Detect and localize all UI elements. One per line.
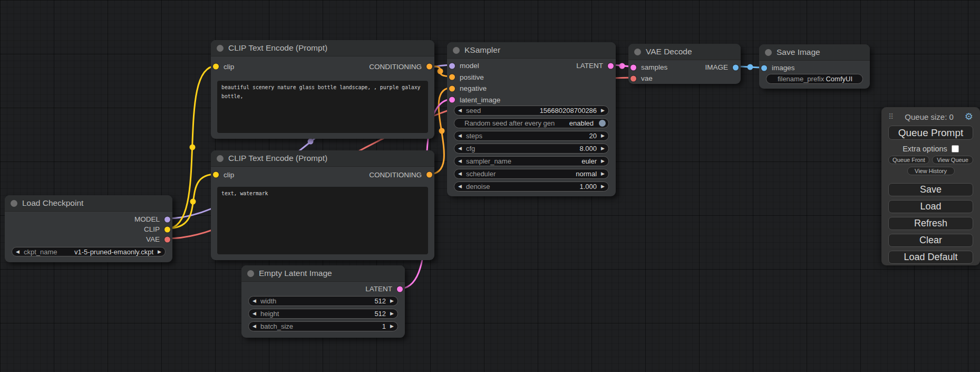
queue-front-button[interactable]: Queue Front <box>888 156 929 164</box>
decrement-arrow-icon[interactable]: ◀ <box>458 184 462 189</box>
node-load-checkpoint[interactable]: Load Checkpoint MODEL CLIP VAE ◀ ckpt_na… <box>5 195 172 262</box>
increment-arrow-icon[interactable]: ▶ <box>390 299 394 303</box>
samples-input-port[interactable] <box>630 64 636 70</box>
widget-ckpt-name[interactable]: ◀ ckpt_name v1-5-pruned-emaonly.ckpt ▶ <box>12 247 166 256</box>
widget-scheduler[interactable]: ◀ scheduler normal ▶ <box>454 169 609 179</box>
images-input-port[interactable] <box>761 65 767 71</box>
node-collapse-dot[interactable] <box>765 49 772 56</box>
widget-height[interactable]: ◀ height 512 ▶ <box>248 309 398 319</box>
decrement-arrow-icon[interactable]: ◀ <box>458 146 462 151</box>
widget-label: ckpt_name <box>24 248 57 256</box>
node-title-bar[interactable]: CLIP Text Encode (Prompt) <box>211 150 434 167</box>
increment-arrow-icon[interactable]: ▶ <box>601 171 605 176</box>
extra-options-checkbox[interactable] <box>952 145 959 152</box>
node-collapse-dot[interactable] <box>247 270 254 277</box>
negative-prompt-textarea[interactable]: text, watermark <box>217 187 428 254</box>
node-ksampler[interactable]: KSampler model LATENT positive negative … <box>447 42 616 196</box>
node-title-bar[interactable]: KSampler <box>447 42 616 59</box>
increment-arrow-icon[interactable]: ▶ <box>601 133 605 138</box>
increment-arrow-icon[interactable]: ▶ <box>601 184 605 189</box>
save-button[interactable]: Save <box>888 183 973 196</box>
node-vae-decode[interactable]: VAE Decode samples IMAGE vae <box>628 44 741 84</box>
conditioning-output-port[interactable] <box>426 64 432 70</box>
widget-width[interactable]: ◀ width 512 ▶ <box>248 296 398 306</box>
clear-button[interactable]: Clear <box>888 234 973 247</box>
node-collapse-dot[interactable] <box>11 200 17 207</box>
widget-denoise[interactable]: ◀ denoise 1.000 ▶ <box>454 182 609 192</box>
load-default-button[interactable]: Load Default <box>888 251 973 264</box>
widget-value: euler <box>581 157 597 165</box>
port-label: VAE <box>146 235 160 243</box>
increment-arrow-icon[interactable]: ▶ <box>390 311 394 316</box>
node-title-bar[interactable]: Save Image <box>759 44 870 61</box>
increment-arrow-icon[interactable]: ▶ <box>601 108 605 113</box>
latent-image-input-port[interactable] <box>449 97 455 103</box>
clip-input-port[interactable] <box>213 64 219 70</box>
node-clip-text-encode-positive[interactable]: CLIP Text Encode (Prompt) clip CONDITION… <box>211 40 434 139</box>
clip-input-port[interactable] <box>213 172 219 178</box>
decrement-arrow-icon[interactable]: ◀ <box>253 299 256 303</box>
node-empty-latent-image[interactable]: Empty Latent Image LATENT ◀ width 512 ▶ … <box>241 265 405 338</box>
decrement-arrow-icon[interactable]: ◀ <box>458 171 462 176</box>
node-collapse-dot[interactable] <box>217 155 224 162</box>
model-input-port[interactable] <box>449 63 455 69</box>
toggle-icon[interactable] <box>599 120 606 127</box>
vae-input-port[interactable] <box>630 75 636 81</box>
latent-output-port[interactable] <box>608 63 614 69</box>
node-title: Save Image <box>777 47 820 57</box>
widget-value: 512 <box>374 297 386 305</box>
decrement-arrow-icon[interactable]: ◀ <box>458 159 462 164</box>
widget-steps[interactable]: ◀ steps 20 ▶ <box>454 131 609 141</box>
conditioning-output-port[interactable] <box>426 172 432 178</box>
link-clip-to-negative-prompt <box>167 174 216 228</box>
widget-cfg[interactable]: ◀ cfg 8.000 ▶ <box>454 144 609 154</box>
output-row-model: MODEL <box>5 214 172 224</box>
widget-sampler-name[interactable]: ◀ sampler_name euler ▶ <box>454 156 609 166</box>
port-label: CONDITIONING <box>369 171 422 179</box>
node-collapse-dot[interactable] <box>453 47 460 54</box>
node-collapse-dot[interactable] <box>217 45 224 52</box>
node-title-bar[interactable]: VAE Decode <box>628 44 741 60</box>
gear-icon[interactable]: ⚙ <box>965 112 973 121</box>
increment-arrow-icon[interactable]: ▶ <box>601 146 605 151</box>
decrement-arrow-icon[interactable]: ◀ <box>253 311 256 316</box>
decrement-arrow-icon[interactable]: ◀ <box>16 250 20 254</box>
port-label: negative <box>460 84 487 92</box>
decrement-arrow-icon[interactable]: ◀ <box>253 324 256 329</box>
increment-arrow-icon[interactable]: ▶ <box>158 250 161 254</box>
increment-arrow-icon[interactable]: ▶ <box>601 159 605 164</box>
widget-batch-size[interactable]: ◀ batch_size 1 ▶ <box>248 321 398 331</box>
node-save-image[interactable]: Save Image images filename_prefix ComfyU… <box>759 44 870 89</box>
decrement-arrow-icon[interactable]: ◀ <box>458 108 462 113</box>
positive-prompt-textarea[interactable]: beautiful scenery nature glass bottle la… <box>217 81 428 133</box>
view-history-button[interactable]: View History <box>907 167 955 175</box>
clip-output-port[interactable] <box>164 226 170 232</box>
drag-handle-icon[interactable]: ⠿ <box>888 112 894 121</box>
widget-seed[interactable]: ◀ seed 156680208700286 ▶ <box>454 106 609 116</box>
node-title-bar[interactable]: Load Checkpoint <box>5 195 172 212</box>
positive-input-port[interactable] <box>449 74 455 80</box>
decrement-arrow-icon[interactable]: ◀ <box>458 133 462 138</box>
node-title-bar[interactable]: CLIP Text Encode (Prompt) <box>211 40 434 56</box>
node-clip-text-encode-negative[interactable]: CLIP Text Encode (Prompt) clip CONDITION… <box>211 150 434 260</box>
negative-input-port[interactable] <box>449 85 455 91</box>
vae-output-port[interactable] <box>164 236 170 242</box>
load-button[interactable]: Load <box>888 200 973 213</box>
model-output-port[interactable] <box>164 216 170 222</box>
view-queue-button[interactable]: View Queue <box>932 156 973 164</box>
refresh-button[interactable]: Refresh <box>888 217 973 230</box>
image-output-port[interactable] <box>733 64 739 70</box>
widget-filename-prefix[interactable]: filename_prefix ComfyUI <box>766 74 863 84</box>
output-row-clip: CLIP <box>5 224 172 234</box>
increment-arrow-icon[interactable]: ▶ <box>390 324 394 329</box>
widget-value: 1 <box>382 322 386 330</box>
node-title: KSampler <box>464 45 500 55</box>
node-graph-canvas[interactable]: Load Checkpoint MODEL CLIP VAE ◀ ckpt_na… <box>0 0 980 372</box>
node-collapse-dot[interactable] <box>634 49 641 55</box>
port-row: positive <box>447 72 616 83</box>
widget-random-seed-toggle[interactable]: Random seed after every gen enabled <box>454 118 609 128</box>
node-title-bar[interactable]: Empty Latent Image <box>241 265 405 282</box>
queue-prompt-button[interactable]: Queue Prompt <box>888 126 973 140</box>
latent-output-port[interactable] <box>397 286 403 292</box>
widget-value: ComfyUI <box>826 75 852 83</box>
